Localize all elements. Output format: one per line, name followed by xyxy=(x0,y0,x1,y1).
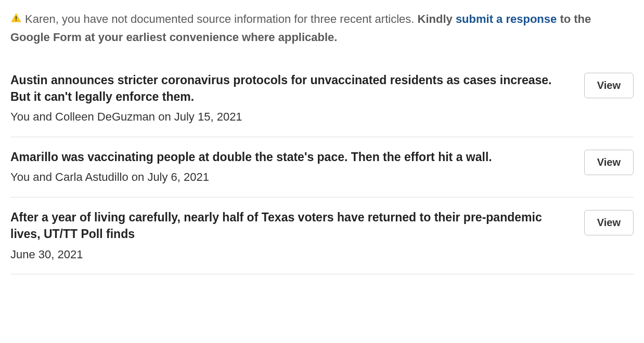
view-button[interactable]: View xyxy=(584,150,634,175)
article-row: Amarillo was vaccinating people at doubl… xyxy=(10,137,634,197)
article-title: After a year of living carefully, nearly… xyxy=(10,209,563,242)
alert-message: Karen, you have not documented source in… xyxy=(10,10,634,46)
article-title: Amarillo was vaccinating people at doubl… xyxy=(10,149,563,165)
article-meta: You and Carla Astudillo on July 6, 2021 xyxy=(10,169,563,186)
article-meta: June 30, 2021 xyxy=(10,247,563,263)
article-content: After a year of living carefully, nearly… xyxy=(10,209,563,262)
article-meta: You and Colleen DeGuzman on July 15, 202… xyxy=(10,109,563,125)
article-row: Austin announces stricter coronavirus pr… xyxy=(10,60,634,137)
article-content: Amarillo was vaccinating people at doubl… xyxy=(10,149,563,186)
article-row: After a year of living carefully, nearly… xyxy=(10,197,634,274)
warning-icon xyxy=(10,11,22,29)
article-title: Austin announces stricter coronavirus pr… xyxy=(10,72,563,105)
alert-bold-prefix: Kindly xyxy=(418,12,456,25)
svg-rect-1 xyxy=(16,20,17,21)
submit-response-link[interactable]: submit a response xyxy=(456,12,557,25)
view-button[interactable]: View xyxy=(584,210,634,235)
alert-text-part1: Karen, you have not documented source in… xyxy=(25,12,418,25)
view-button[interactable]: View xyxy=(584,73,634,98)
svg-rect-0 xyxy=(16,16,17,19)
article-content: Austin announces stricter coronavirus pr… xyxy=(10,72,563,125)
